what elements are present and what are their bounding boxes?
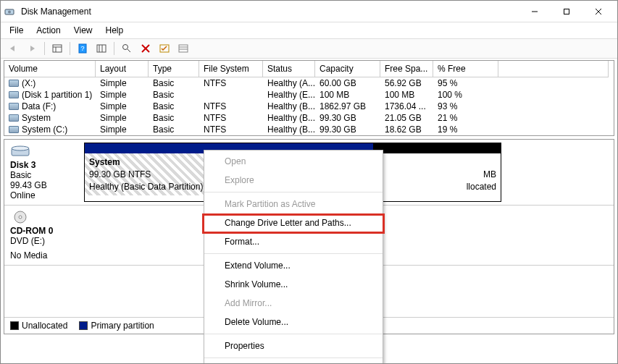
col-fs[interactable]: File System bbox=[199, 61, 263, 77]
menu-view[interactable]: View bbox=[68, 24, 99, 37]
table-row[interactable]: Data (F:)SimpleBasicNTFSHealthy (B...186… bbox=[4, 101, 614, 112]
ctx-mark-active[interactable]: Mark Partition as Active bbox=[204, 195, 383, 213]
vol-layout: Simple bbox=[96, 89, 149, 101]
col-volume[interactable]: Volume bbox=[4, 61, 96, 77]
vol-capacity: 99.30 GB bbox=[315, 112, 380, 124]
vol-name: (Disk 1 partition 1) bbox=[22, 90, 92, 100]
menu-action[interactable]: Action bbox=[30, 24, 66, 37]
vol-layout: Simple bbox=[96, 112, 149, 124]
vol-layout: Simple bbox=[96, 77, 149, 89]
table-row[interactable]: (X:)SimpleBasicNTFSHealthy (A...60.00 GB… bbox=[4, 77, 614, 89]
vol-status: Healthy (A... bbox=[263, 77, 315, 89]
legend-primary: Primary partition bbox=[79, 321, 154, 331]
col-layout[interactable]: Layout bbox=[96, 61, 149, 77]
svg-rect-19 bbox=[179, 45, 188, 52]
ctx-explore[interactable]: Explore bbox=[204, 171, 383, 190]
cdrom-sub: DVD (E:) bbox=[10, 236, 74, 246]
disk3-status: Online bbox=[10, 190, 74, 200]
volume-table: Volume Layout Type File System Status Ca… bbox=[4, 60, 614, 136]
app-icon bbox=[4, 6, 15, 17]
col-pct[interactable]: % Free bbox=[433, 61, 498, 77]
vol-type: Basic bbox=[149, 112, 199, 124]
table-row[interactable]: (Disk 1 partition 1)SimpleBasicHealthy (… bbox=[4, 89, 614, 101]
vol-free: 100 MB bbox=[380, 89, 433, 101]
ctx-change-letter[interactable]: Change Drive Letter and Paths... bbox=[204, 213, 383, 232]
menubar: File Action View Help bbox=[1, 22, 617, 38]
cdrom-icon bbox=[10, 210, 30, 224]
volume-icon bbox=[9, 103, 19, 110]
vol-name: System (C:) bbox=[22, 124, 67, 135]
svg-text:?: ? bbox=[80, 45, 84, 52]
disk3-name: Disk 3 bbox=[10, 160, 74, 170]
col-status[interactable]: Status bbox=[263, 61, 315, 77]
close-button[interactable] bbox=[582, 1, 614, 22]
back-button[interactable] bbox=[5, 41, 21, 56]
scan-button[interactable] bbox=[119, 41, 135, 56]
delete-icon[interactable] bbox=[138, 41, 154, 56]
vol-layout: Simple bbox=[96, 124, 149, 135]
ctx-open[interactable]: Open bbox=[204, 152, 383, 171]
svg-line-15 bbox=[128, 49, 130, 52]
legend-unallocated: Unallocated bbox=[10, 321, 67, 331]
vol-free: 56.92 GB bbox=[380, 77, 433, 89]
ctx-format[interactable]: Format... bbox=[204, 232, 383, 251]
vol-pct: 100 % bbox=[433, 89, 498, 101]
svg-point-1 bbox=[8, 10, 11, 13]
svg-point-23 bbox=[12, 146, 29, 151]
part-status: Healthy (Basic Data Partition) bbox=[89, 182, 203, 192]
menu-help[interactable]: Help bbox=[100, 24, 130, 37]
ctx-extend[interactable]: Extend Volume... bbox=[204, 256, 383, 275]
minimize-button[interactable] bbox=[519, 1, 551, 22]
vol-fs: NTFS bbox=[199, 112, 263, 124]
vol-capacity: 1862.97 GB bbox=[315, 101, 380, 112]
list-icon[interactable] bbox=[175, 41, 191, 56]
part-size: 99.30 GB NTFS bbox=[89, 169, 151, 179]
unalloc-l1: MB bbox=[483, 169, 496, 179]
view-button[interactable] bbox=[49, 41, 65, 56]
context-menu: Open Explore Mark Partition as Active Ch… bbox=[204, 150, 383, 364]
vol-pct: 95 % bbox=[433, 77, 498, 89]
vol-pct: 21 % bbox=[433, 112, 498, 124]
col-free[interactable]: Free Spa... bbox=[380, 61, 433, 77]
vol-type: Basic bbox=[149, 101, 199, 112]
vol-capacity: 60.00 GB bbox=[315, 77, 380, 89]
vol-name: System bbox=[22, 113, 51, 123]
volume-icon bbox=[9, 126, 19, 133]
ctx-help[interactable]: Help bbox=[204, 360, 383, 364]
table-row[interactable]: SystemSimpleBasicNTFSHealthy (B...99.30 … bbox=[4, 112, 614, 124]
table-header[interactable]: Volume Layout Type File System Status Ca… bbox=[4, 61, 614, 77]
vol-fs bbox=[199, 89, 263, 101]
menu-file[interactable]: File bbox=[4, 24, 29, 37]
cdrom-label: CD-ROM 0 DVD (E:) No Media bbox=[4, 206, 80, 265]
settings-button[interactable] bbox=[93, 41, 109, 56]
vol-status: Healthy (E... bbox=[263, 89, 315, 101]
partition-unallocated[interactable]: MB llocated bbox=[374, 143, 501, 202]
col-capacity[interactable]: Capacity bbox=[315, 61, 380, 77]
vol-free: 1736.04 ... bbox=[380, 101, 433, 112]
svg-rect-6 bbox=[53, 45, 62, 52]
vol-free: 18.62 GB bbox=[380, 124, 433, 135]
forward-button[interactable] bbox=[24, 41, 40, 56]
ctx-mirror[interactable]: Add Mirror... bbox=[204, 294, 383, 313]
vol-free: 21.05 GB bbox=[380, 112, 433, 124]
col-type[interactable]: Type bbox=[149, 61, 199, 77]
vol-status: Healthy (B... bbox=[263, 101, 315, 112]
col-blank[interactable] bbox=[498, 61, 609, 77]
ctx-shrink[interactable]: Shrink Volume... bbox=[204, 275, 383, 294]
vol-type: Basic bbox=[149, 124, 199, 135]
maximize-button[interactable] bbox=[551, 1, 582, 22]
check-icon[interactable] bbox=[156, 41, 172, 56]
ctx-delete[interactable]: Delete Volume... bbox=[204, 313, 383, 331]
ctx-properties[interactable]: Properties bbox=[204, 337, 383, 355]
svg-rect-11 bbox=[97, 45, 106, 52]
vol-type: Basic bbox=[149, 77, 199, 89]
vol-pct: 19 % bbox=[433, 124, 498, 135]
unalloc-l2: llocated bbox=[467, 182, 496, 192]
vol-fs: NTFS bbox=[199, 101, 263, 112]
vol-fs: NTFS bbox=[199, 77, 263, 89]
help-button[interactable]: ? bbox=[75, 41, 91, 56]
table-row[interactable]: System (C:)SimpleBasicNTFSHealthy (B...9… bbox=[4, 124, 614, 135]
window-title: Disk Management bbox=[21, 7, 519, 17]
cdrom-name: CD-ROM 0 bbox=[10, 226, 74, 236]
vol-pct: 93 % bbox=[433, 101, 498, 112]
